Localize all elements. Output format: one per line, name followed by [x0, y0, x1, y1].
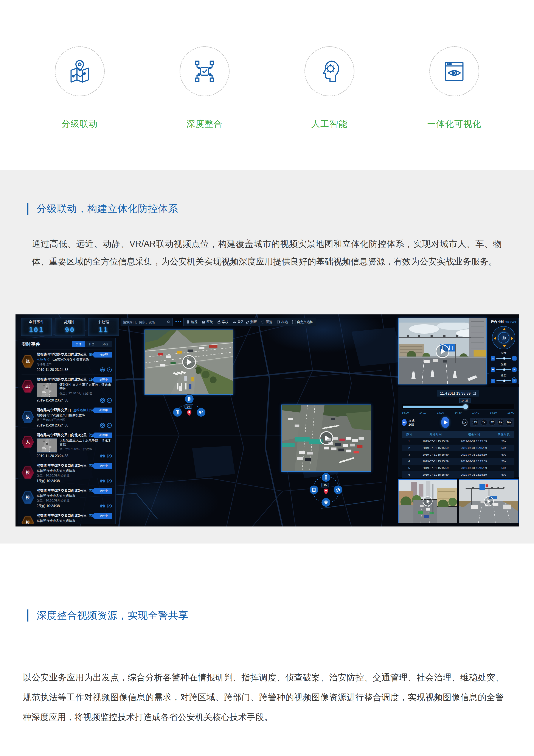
zoom-minus-button[interactable]: −: [512, 356, 517, 361]
event-item[interactable]: 检 熙春路与宁双路交叉口向北3公里高速公路管控 车辆逆行造成高速交通堵塞 张三于…: [21, 461, 112, 486]
iris-plus-button[interactable]: +: [491, 367, 495, 372]
poi-scenic-button[interactable]: 景区: [233, 320, 244, 324]
traffic-signal-marker[interactable]: [185, 394, 193, 403]
dispatch-icon[interactable]: [100, 503, 105, 509]
collapse-panel-button[interactable]: [512, 377, 517, 383]
event-video-thumbnail[interactable]: [37, 438, 57, 452]
event-item[interactable]: 故 熙春路与宁双路交叉口运维巡检上报 熙春路与宁双路交叉口摄像机故障 张三于10…: [21, 405, 112, 430]
tab-analysis[interactable]: 分析: [99, 341, 112, 347]
rewind-10s-button[interactable]: 后退10S: [402, 418, 417, 426]
table-row[interactable]: 22019-07-31 15:15:592019-07-31 15:15:595…: [402, 445, 514, 451]
webcam-marker[interactable]: [322, 498, 330, 507]
slider-thumb[interactable]: [503, 368, 506, 371]
speed-8x-button[interactable]: 8X: [497, 419, 504, 426]
camera-thumbnail-video[interactable]: [398, 479, 457, 523]
event-item[interactable]: 人 熙春路与宁双路交叉口向北3公里视频巡检 该处发生重大五车追尾事故，请速来营救…: [21, 430, 112, 461]
map-search-box[interactable]: [120, 318, 173, 326]
table-row[interactable]: 42019-07-31 15:15:592019-07-31 15:15:595…: [402, 458, 514, 465]
event-link[interactable]: 本地布控: [37, 358, 50, 362]
cctv-camera-marker[interactable]: [334, 486, 343, 494]
collapse-up-icon[interactable]: [107, 478, 112, 484]
event-video-thumbnail[interactable]: [37, 383, 57, 397]
dispatch-icon[interactable]: [100, 478, 105, 484]
event-item[interactable]: 检 熙春路与宁双路交叉口向北3公里高速公路管控 车辆逆行造成高速交通堵塞 张三于…: [21, 486, 112, 511]
collapse-up-icon[interactable]: [107, 453, 112, 459]
focus-slider[interactable]: [496, 380, 511, 381]
table-row[interactable]: 32019-07-31 15:15:592019-07-31 15:15:595…: [402, 451, 514, 458]
collapse-up-icon[interactable]: [107, 423, 112, 428]
play-button[interactable]: [423, 496, 433, 506]
tab-events[interactable]: 事件: [72, 341, 85, 347]
tab-tasks[interactable]: 任务: [85, 341, 99, 347]
zoom-slider[interactable]: [496, 358, 511, 359]
timeline-slider[interactable]: [402, 404, 514, 410]
hospital-icon: [202, 320, 205, 324]
tool-label: 框选: [281, 320, 288, 324]
event-item[interactable]: 检 熙春路与宁双路交叉口向北3公里高速公路管控 车辆逆行造成高速交通堵塞 张三于…: [21, 511, 112, 524]
event-note: 张三于10:30:59开始处理: [37, 499, 112, 502]
pan-right-button[interactable]: [511, 337, 513, 340]
dispatch-icon[interactable]: [100, 423, 105, 428]
table-row[interactable]: 12019-07-31 15:15:592019-07-31 15:15:595…: [402, 438, 514, 445]
dispatch-icon[interactable]: [100, 367, 105, 372]
box-select-button[interactable]: 框选: [277, 320, 288, 324]
custom-select-button[interactable]: 自定义选框: [292, 320, 313, 324]
iris-slider[interactable]: [496, 369, 511, 370]
map-video-popup-jam[interactable]: [281, 405, 371, 472]
event-type-badge: 缉: [21, 355, 34, 368]
timeline-thumb[interactable]: [463, 404, 468, 409]
map-video-popup-aerial[interactable]: [144, 330, 233, 394]
camera-thumbnail-video[interactable]: [459, 479, 519, 523]
slider-thumb[interactable]: [503, 357, 506, 360]
play-button[interactable]: [436, 344, 449, 358]
zoom-plus-button[interactable]: +: [491, 356, 495, 361]
speed-16x-button[interactable]: 16X: [506, 419, 512, 426]
preset-settings-link[interactable]: 预置位设置: [505, 320, 517, 324]
table-row[interactable]: 62019-07-31 15:15:592019-07-31 15:15:595…: [402, 471, 514, 478]
measure-distance-button[interactable]: 测距: [246, 320, 257, 324]
poi-hospital-button[interactable]: 医院: [202, 320, 213, 324]
event-footer: 2019-11-20 23:24:38: [37, 453, 112, 459]
table-row[interactable]: 52019-07-31 15:15:592019-07-31 15:15:595…: [402, 465, 514, 471]
more-options-button[interactable]: •••: [175, 318, 182, 326]
pan-down-button[interactable]: [502, 345, 506, 347]
search-icon[interactable]: [167, 320, 170, 324]
focus-plus-button[interactable]: +: [491, 379, 495, 383]
event-item[interactable]: 缉 熙春路与宁双路交叉口向北3公里肇事逃逸 本地布控G6高速路段发生肇事逃逸 等…: [21, 350, 112, 375]
feature-label: 分级联动: [62, 118, 98, 130]
iris-minus-button[interactable]: −: [512, 367, 517, 372]
street-camera-video[interactable]: [398, 318, 487, 385]
collapse-up-icon[interactable]: [107, 398, 112, 403]
collapse-up-icon[interactable]: [107, 503, 112, 509]
slider-thumb[interactable]: [503, 380, 506, 382]
current-speed-button[interactable]: 1X: [462, 419, 468, 426]
collapse-up-icon[interactable]: [107, 367, 112, 372]
event-item[interactable]: 110 熙春路与宁双路交叉口向北3公里110报警 该处发生重大五车追尾事故，请速…: [21, 375, 112, 405]
speed-4x-button[interactable]: 4X: [489, 419, 496, 426]
traffic-signal-marker[interactable]: [322, 473, 330, 482]
circle-select-button[interactable]: 圈选: [261, 320, 272, 324]
play-button[interactable]: [484, 496, 494, 506]
pan-up-button[interactable]: [502, 328, 506, 330]
event-desc: G6高速路段发生肇事逃逸: [53, 358, 89, 362]
speed-2x-button[interactable]: 2X: [481, 419, 487, 426]
speed-1x-button[interactable]: 1X: [472, 419, 479, 426]
cctv-camera-marker[interactable]: [197, 408, 205, 417]
search-input[interactable]: [123, 320, 167, 324]
building-marker[interactable]: [310, 486, 318, 494]
building-marker[interactable]: [173, 408, 182, 417]
poi-school-button[interactable]: 学校: [217, 320, 228, 324]
event-note: 等待处理中: [37, 363, 112, 366]
play-button[interactable]: [182, 355, 196, 369]
play-button[interactable]: [319, 431, 333, 445]
play-pause-button[interactable]: [441, 417, 449, 428]
snapshot-button[interactable]: [498, 332, 509, 343]
event-title: 熙春路与宁双路交叉口向北3公里: [37, 489, 87, 493]
location-pin-icon[interactable]: [323, 488, 329, 495]
playback-datetime-picker[interactable]: 11月20日 13:38:59: [437, 390, 479, 396]
location-pin-icon[interactable]: [187, 410, 192, 416]
poi-traffic-button[interactable]: 路况: [186, 320, 197, 324]
dispatch-icon[interactable]: [100, 453, 105, 459]
pan-left-button[interactable]: [494, 337, 496, 340]
dispatch-icon[interactable]: [100, 398, 105, 403]
